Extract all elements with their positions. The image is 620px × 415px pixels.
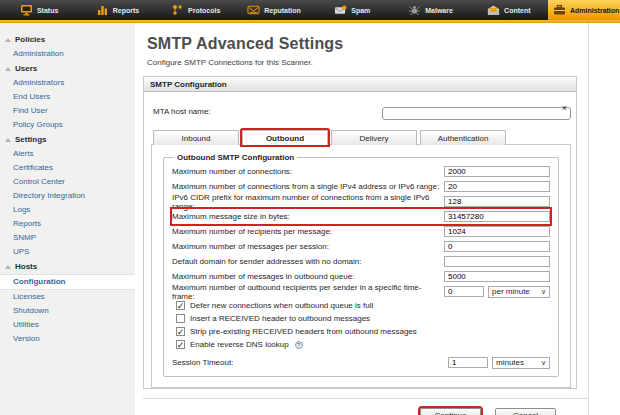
field-label: Maximum message size in bytes: bbox=[172, 212, 444, 221]
checkbox-row-strip-pre-existing-received-headers-from-outbound-messages: ✓Strip pre-existing RECEIVED headers fro… bbox=[172, 325, 550, 338]
field-label: Maximum number of messages in outbound q… bbox=[172, 272, 444, 281]
content-right-divider bbox=[588, 23, 589, 415]
sidebar-item-logs[interactable]: Logs bbox=[0, 203, 135, 217]
sidebar-item-end-users[interactable]: End Users bbox=[0, 90, 135, 104]
nav-tab-label: Protocols bbox=[188, 7, 220, 14]
sidebar-item-shutdown[interactable]: Shutdown bbox=[0, 304, 135, 318]
field-input-maximum-number-of-connections[interactable] bbox=[444, 166, 550, 177]
field-input-maximum-number-of-messages-per-session[interactable] bbox=[444, 241, 550, 252]
sidebar-section-title: Users bbox=[15, 64, 37, 73]
checkbox-label: Insert a RECEIVED header to outbound mes… bbox=[190, 314, 370, 323]
nav-tab-label: Reports bbox=[113, 7, 139, 14]
checkbox-enable-reverse-dns-lookup[interactable]: ✓ bbox=[176, 340, 185, 349]
page-title: SMTP Advanced Settings bbox=[147, 35, 620, 53]
smtp-configuration-panel: SMTP Configuration MTA host name: × Inbo… bbox=[143, 76, 577, 389]
field-input-maximum-message-size-in-bytes[interactable] bbox=[444, 211, 550, 222]
checkbox-label: Strip pre-existing RECEIVED headers from… bbox=[190, 327, 417, 336]
nav-tab-label: Malware bbox=[425, 7, 453, 14]
sidebar-item-ups[interactable]: UPS bbox=[0, 245, 135, 259]
help-icon[interactable]: ? bbox=[295, 341, 303, 349]
nav-tab-content[interactable]: Content bbox=[470, 0, 548, 20]
field-label: IPv6 CIDR prefix for maximum number of c… bbox=[172, 193, 444, 211]
sidebar-item-reports[interactable]: Reports bbox=[0, 217, 135, 231]
mta-host-name-input[interactable] bbox=[382, 107, 571, 120]
cancel-button[interactable]: Cancel bbox=[495, 408, 556, 415]
field-label: Maximum number of connections from a sin… bbox=[172, 182, 444, 191]
sidebar-item-alerts[interactable]: Alerts bbox=[0, 147, 135, 161]
field-input-maximum-number-of-connections-from-a-single-ipv4-address-or-ipv6-range[interactable] bbox=[444, 181, 550, 192]
app-window: StatusReportsProtocolsReputationSpamMalw… bbox=[0, 0, 620, 415]
nav-tab-reports[interactable]: Reports bbox=[78, 0, 156, 20]
sidebar-item-administration[interactable]: Administration bbox=[0, 47, 135, 61]
continue-button[interactable]: Continue bbox=[420, 408, 481, 415]
mta-host-name-label: MTA host name: bbox=[153, 107, 382, 116]
clear-input-icon[interactable]: × bbox=[562, 103, 567, 114]
select-value: minutes bbox=[496, 358, 524, 367]
field-input-ipv6-cidr-prefix-for-maximum-number-of-connections-from-a-single-ipv6-range[interactable] bbox=[444, 196, 550, 207]
nav-tab-label: Content bbox=[504, 7, 530, 14]
session-timeout-input[interactable] bbox=[448, 357, 488, 368]
footer-buttons: Continue Cancel bbox=[143, 408, 556, 415]
sidebar-section-title: Hosts bbox=[15, 262, 37, 271]
nav-tab-malware[interactable]: Malware bbox=[391, 0, 469, 20]
checkbox-label: Enable reverse DNS lookup bbox=[190, 340, 289, 349]
sidebar-item-certificates[interactable]: Certificates bbox=[0, 161, 135, 175]
outbound-smtp-configuration-fieldset: Outbound SMTP Configuration Maximum numb… bbox=[163, 153, 559, 377]
checkbox-strip-pre-existing-received-headers-from-outbound-messages[interactable]: ✓ bbox=[176, 327, 185, 336]
chevron-down-icon: ∨ bbox=[541, 288, 546, 296]
sidebar-item-policy-groups[interactable]: Policy Groups bbox=[0, 118, 135, 132]
session-timeout-row: Session Timeout: minutes ∨ bbox=[172, 355, 550, 370]
collapse-triangle-icon bbox=[5, 38, 11, 42]
sidebar-section-title: Policies bbox=[15, 35, 45, 44]
sidebar-item-find-user[interactable]: Find User bbox=[0, 104, 135, 118]
tab-delivery[interactable]: Delivery bbox=[331, 130, 417, 145]
mta-host-name-row: MTA host name: × bbox=[144, 92, 576, 127]
collapse-triangle-icon bbox=[5, 67, 11, 71]
collapse-triangle-icon bbox=[5, 265, 11, 269]
select-value: per minute bbox=[492, 287, 530, 296]
nav-tab-label: Spam bbox=[351, 7, 370, 14]
field-label: Maximum number of connections: bbox=[172, 167, 444, 176]
field-input-default-domain-for-sender-addresses-with-no-domain[interactable] bbox=[444, 256, 550, 267]
sidebar-item-utilities[interactable]: Utilities bbox=[0, 318, 135, 332]
sidebar-item-control-center[interactable]: Control Center bbox=[0, 175, 135, 189]
content-envelope-icon bbox=[487, 4, 500, 16]
unit-select-per-minute[interactable]: per minute∨ bbox=[488, 286, 550, 298]
panel-header: SMTP Configuration bbox=[144, 77, 576, 92]
nav-tab-status[interactable]: Status bbox=[0, 0, 78, 20]
tab-outbound[interactable]: Outbound bbox=[242, 130, 328, 145]
outbound-tab-panel: Outbound SMTP Configuration Maximum numb… bbox=[151, 144, 571, 388]
sidebar-section-users[interactable]: Users bbox=[0, 61, 135, 76]
tab-authentication[interactable]: Authentication bbox=[420, 130, 506, 145]
nav-tab-reputation[interactable]: Reputation bbox=[235, 0, 313, 20]
reputation-envelope-icon bbox=[247, 4, 260, 16]
sidebar-item-administrators[interactable]: Administrators bbox=[0, 76, 135, 90]
nav-tab-administration[interactable]: Administration bbox=[548, 0, 620, 20]
sidebar-section-policies[interactable]: Policies bbox=[0, 32, 135, 47]
collapse-triangle-icon bbox=[5, 138, 11, 142]
checkbox-insert-a-received-header-to-outbound-messages[interactable] bbox=[176, 314, 185, 323]
field-input-maximum-number-of-recipients-per-message[interactable] bbox=[444, 226, 550, 237]
session-timeout-unit-select[interactable]: minutes ∨ bbox=[492, 357, 550, 369]
nav-tab-protocols[interactable]: Protocols bbox=[157, 0, 235, 20]
tab-inbound[interactable]: Inbound bbox=[153, 130, 239, 145]
session-timeout-label: Session Timeout: bbox=[172, 358, 448, 367]
sidebar-item-snmp[interactable]: SNMP bbox=[0, 231, 135, 245]
field-label: Maximum number of outbound recipients pe… bbox=[172, 283, 444, 301]
sidebar-item-version[interactable]: Version bbox=[0, 332, 135, 346]
nav-tab-spam[interactable]: Spam bbox=[313, 0, 391, 20]
checkbox-label: Defer new connections when outbound queu… bbox=[190, 301, 373, 310]
checkbox-defer-new-connections-when-outbound-queue-is-full[interactable]: ✓ bbox=[176, 301, 185, 310]
sidebar: PoliciesAdministrationUsersAdministrator… bbox=[0, 23, 135, 415]
administration-briefcase-icon bbox=[553, 4, 566, 16]
footer-divider bbox=[143, 398, 588, 399]
sidebar-item-directory-integration[interactable]: Directory Integration bbox=[0, 189, 135, 203]
field-input-maximum-number-of-outbound-recipients-per-sender-in-a-specific-time-frame[interactable] bbox=[444, 286, 484, 297]
sidebar-section-settings[interactable]: Settings bbox=[0, 132, 135, 147]
checkbox-row-enable-reverse-dns-lookup: ✓Enable reverse DNS lookup? bbox=[172, 338, 550, 351]
sidebar-item-configuration[interactable]: Configuration bbox=[0, 274, 135, 290]
field-label: Maximum number of recipients per message… bbox=[172, 227, 444, 236]
sidebar-section-hosts[interactable]: Hosts bbox=[0, 259, 135, 274]
field-input-maximum-number-of-messages-in-outbound-queue[interactable] bbox=[444, 271, 550, 282]
sidebar-item-licenses[interactable]: Licenses bbox=[0, 290, 135, 304]
